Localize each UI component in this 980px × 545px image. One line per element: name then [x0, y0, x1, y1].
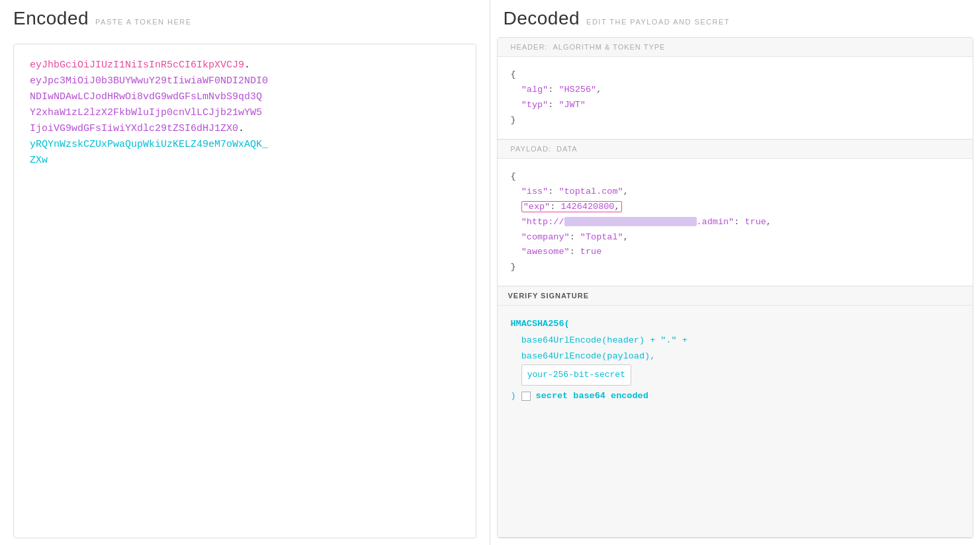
payload-exp-key: "exp" — [523, 202, 551, 212]
verify-closing: ) — [511, 388, 516, 404]
header-typ-key: "typ" — [521, 100, 549, 110]
payload-http-key: "http:// — [521, 217, 564, 227]
verify-func: HMACSHA256( — [511, 319, 570, 329]
secret-input[interactable]: your-256-bit-secret — [521, 364, 631, 385]
payload-exp-value: 1426420800 — [560, 202, 614, 212]
verify-section-content: HMACSHA256( base64UrlEncode(header) + ".… — [498, 306, 973, 415]
payload-section: PAYLOAD: DATA { "iss": "toptal.com", "ex… — [498, 140, 973, 287]
encoded-header: Encoded PASTE A TOKEN HERE — [0, 0, 490, 37]
encoded-subtitle: PASTE A TOKEN HERE — [95, 18, 192, 26]
payload-redacted — [564, 217, 697, 226]
decoded-title: Decoded — [504, 8, 580, 29]
left-panel: Encoded PASTE A TOKEN HERE eyJhbGciOiJIU… — [0, 0, 490, 545]
secret-base64-checkbox[interactable] — [521, 392, 531, 401]
token-part2-line3: Y2xhaW1zL2lzX2FkbWluIjp0cnVlLCJjb21wYW5 — [30, 107, 262, 118]
header-close-brace: } — [511, 115, 516, 125]
encoded-token-area[interactable]: eyJhbGciOiJIUzI1NiIsInR5cCI6IkpXVCJ9. ey… — [13, 44, 476, 538]
header-alg-key: "alg" — [521, 85, 549, 95]
token-part2-line2: NDIwNDAwLCJodHRwOi8vdG9wdGFsLmNvbS9qd3Q — [30, 91, 262, 103]
payload-iss-value: "toptal.com" — [558, 187, 623, 196]
header-section-label: HEADER: ALGORITHM & TOKEN TYPE — [498, 38, 973, 57]
token-part3-line2: ZXw — [30, 155, 48, 166]
secret-base64-label: secret base64 encoded — [536, 388, 648, 404]
verify-line2: base64UrlEncode(payload), — [521, 351, 656, 361]
secret-base64-row: ) secret base64 encoded — [511, 388, 960, 404]
token-dot1: . — [244, 60, 250, 71]
token-dot2: . — [238, 123, 244, 134]
token-part2-line4: IjoiVG9wdGFsIiwiYXdlc29tZSI6dHJ1ZX0 — [30, 123, 238, 134]
payload-open-brace: { — [511, 171, 516, 181]
token-part1: eyJhbGciOiJIUzI1NiIsInR5cCI6IkpXVCJ9 — [30, 60, 244, 71]
payload-admin-value: true — [744, 217, 766, 227]
token-part2-line1: eyJpc3MiOiJ0b3BUYWwuY29tIiwiaWF0NDI2NDI0 — [30, 75, 268, 87]
payload-awesome-value: true — [580, 247, 601, 257]
verify-line1: base64UrlEncode(header) + "." + — [521, 335, 688, 345]
payload-section-label: PAYLOAD: DATA — [498, 140, 973, 159]
header-section-content[interactable]: { "alg": "HS256", "typ": "JWT" } — [498, 57, 973, 139]
right-panel: Decoded EDIT THE PAYLOAD AND SECRET HEAD… — [490, 0, 981, 545]
decoded-sections: HEADER: ALGORITHM & TOKEN TYPE { "alg": … — [497, 37, 974, 538]
decoded-subtitle: EDIT THE PAYLOAD AND SECRET — [586, 18, 730, 26]
payload-exp-highlight: "exp": 1426420800, — [521, 201, 622, 212]
verify-section-label: VERIFY SIGNATURE — [498, 286, 973, 306]
header-section: HEADER: ALGORITHM & TOKEN TYPE { "alg": … — [498, 38, 973, 140]
payload-close-brace: } — [511, 262, 516, 272]
payload-awesome-key: "awesome" — [521, 247, 570, 257]
header-open-brace: { — [511, 69, 516, 79]
payload-company-key: "company" — [521, 232, 570, 242]
payload-section-content[interactable]: { "iss": "toptal.com", "exp": 1426420800… — [498, 159, 973, 286]
main-layout: Encoded PASTE A TOKEN HERE eyJhbGciOiJIU… — [0, 0, 980, 545]
payload-company-value: "Toptal" — [580, 232, 623, 242]
header-alg-value: "HS256" — [558, 85, 596, 95]
verify-section: VERIFY SIGNATURE HMACSHA256( base64UrlEn… — [498, 286, 973, 538]
token-part3-line1: yRQYnWzskCZUxPwaQupWkiUzKELZ49eM7oWxAQK_ — [30, 139, 268, 150]
encoded-title: Encoded — [13, 8, 89, 29]
decoded-header: Decoded EDIT THE PAYLOAD AND SECRET — [490, 0, 981, 37]
header-typ-value: "JWT" — [558, 100, 586, 110]
payload-iss-key: "iss" — [521, 187, 549, 196]
